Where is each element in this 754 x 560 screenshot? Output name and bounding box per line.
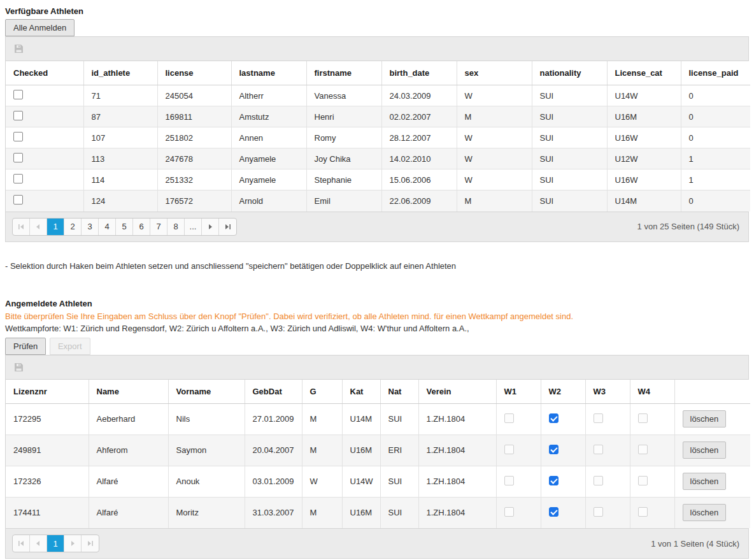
cell-gebdat: 20.04.2007 [245,434,302,466]
cell-lizenznr: 174411 [6,497,89,528]
delete-button[interactable]: löschen [683,442,727,459]
row-select-checkbox[interactable] [13,195,23,205]
table-row[interactable]: 113247678AnyameleJoy Chika14.02.2010WSUI… [6,148,750,169]
w3-checkbox[interactable] [594,413,603,423]
table-row[interactable]: 107251802AnnenRomy28.12.2007WSUIU16W0 [6,127,750,148]
cell-sex: W [457,148,532,169]
cell-lastname: Annen [231,127,306,148]
cell-nationality: SUI [532,190,607,212]
w1-checkbox[interactable] [504,476,514,485]
cell-license_cat: U16W [607,127,681,148]
cell-vorname: Nils [168,403,245,434]
cell-w3 [585,497,630,528]
available-pager-next-button[interactable] [202,219,219,235]
column-header-nationality: nationality [532,61,607,85]
delete-button[interactable]: löschen [683,410,727,427]
cell-w3 [585,434,630,466]
cell-license: 245054 [157,85,231,106]
selection-note: - Selektion durch Haken beim Athleten se… [5,261,749,271]
available-pager-page-6[interactable]: 6 [133,219,150,235]
w2-checkbox[interactable] [549,413,558,423]
registered-grid-pager: 11 von 1 Seiten (4 Stück) [6,528,748,558]
table-row[interactable]: 172295AeberhardNils27.01.2009MU14MSUI1.Z… [6,403,750,434]
table-row[interactable]: 71245054AltherrVanessa24.03.2009WSUIU14W… [6,85,750,106]
w2-checkbox[interactable] [549,507,558,517]
table-row[interactable]: 114251332AnyameleStephanie15.06.2006WSUI… [6,169,750,190]
table-row[interactable]: 87169811AmstutzHenri02.02.2007MSUIU16M0 [6,106,750,127]
cell-nat: SUI [380,466,418,497]
available-pager-page-8[interactable]: 8 [167,219,185,235]
table-row[interactable]: 174411AlfaréMoritz31.03.2007MU16MSUI1.ZH… [6,497,750,528]
cell-w3 [585,403,630,434]
cell-w1 [496,403,541,434]
cell-vorname: Moritz [168,497,245,528]
cell-name: Aeberhard [89,403,168,434]
delete-button[interactable]: löschen [683,504,727,521]
cell-actions: löschen [674,434,750,466]
available-pager-page-4[interactable]: 4 [99,219,116,235]
w2-checkbox[interactable] [549,445,558,454]
w3-checkbox[interactable] [594,445,603,454]
available-pager-page-1[interactable]: 1 [47,219,64,235]
cell-w1 [496,434,541,466]
enroll-all-button[interactable]: Alle Anmelden [5,19,75,36]
w2-checkbox[interactable] [549,476,558,485]
cell-birth_date: 28.12.2007 [381,127,457,148]
available-pager-page-2[interactable]: 2 [64,219,82,235]
delete-button[interactable]: löschen [683,473,727,490]
cell-actions: löschen [674,403,750,434]
table-row[interactable]: 124176572ArnoldEmil22.06.2009MSUIU14M0 [6,190,750,212]
w1-checkbox[interactable] [504,507,514,517]
row-select-checkbox[interactable] [13,111,23,120]
w4-checkbox[interactable] [638,507,648,517]
cell-g: M [302,403,342,434]
row-select-checkbox[interactable] [13,153,23,162]
cell-kat: U16M [342,434,380,466]
w4-checkbox[interactable] [638,445,648,454]
w4-checkbox[interactable] [638,413,648,423]
w1-checkbox[interactable] [504,445,514,454]
row-select-checkbox[interactable] [13,90,23,99]
cell-firstname: Stephanie [306,169,381,190]
available-pager-page-7[interactable]: 7 [150,219,167,235]
cell-vorname: Saymon [168,434,245,466]
registered-athletes-title: Angemeldete Athleten [5,299,749,308]
available-pager-page-3[interactable]: 3 [82,219,99,235]
column-header-actions [674,380,750,404]
available-pager-page-5[interactable]: 5 [116,219,133,235]
cell-w4 [630,466,674,497]
cell-id_athlete: 71 [83,85,157,106]
w3-checkbox[interactable] [594,476,603,485]
column-header-w2: W2 [541,380,585,404]
cell-w4 [630,497,674,528]
w4-checkbox[interactable] [638,476,648,485]
w1-checkbox[interactable] [504,413,514,423]
table-row[interactable]: 249891AhferomSaymon20.04.2007MU16MERI1.Z… [6,434,750,466]
registered-pager-page-1[interactable]: 1 [47,535,64,552]
cell-birth_date: 15.06.2006 [381,169,457,190]
cell-checked [6,190,83,212]
cell-sex: W [457,127,532,148]
cell-firstname: Romy [306,127,381,148]
column-header-w3: W3 [585,380,630,404]
available-pager-more-button[interactable]: ... [185,219,202,235]
available-pager-last-button[interactable] [219,219,236,235]
column-header-g: G [302,380,342,404]
cell-firstname: Vanessa [306,85,381,106]
cell-sex: M [457,190,532,212]
row-select-checkbox[interactable] [13,174,23,183]
check-button[interactable]: Prüfen [5,338,46,355]
cell-checked [6,106,83,127]
cell-license_cat: U16M [607,106,681,127]
w3-checkbox[interactable] [594,507,603,517]
cell-gebdat: 31.03.2007 [245,497,302,528]
cell-license: 247678 [157,148,231,169]
cell-w1 [496,466,541,497]
cell-name: Ahferom [89,434,168,466]
row-select-checkbox[interactable] [13,132,23,141]
cell-verein: 1.ZH.1804 [418,497,496,528]
cell-actions: löschen [674,466,750,497]
cell-license: 251332 [157,169,231,190]
cell-firstname: Joy Chika [306,148,381,169]
table-row[interactable]: 172326AlfaréAnouk03.01.2009WU14WSUI1.ZH.… [6,466,750,497]
